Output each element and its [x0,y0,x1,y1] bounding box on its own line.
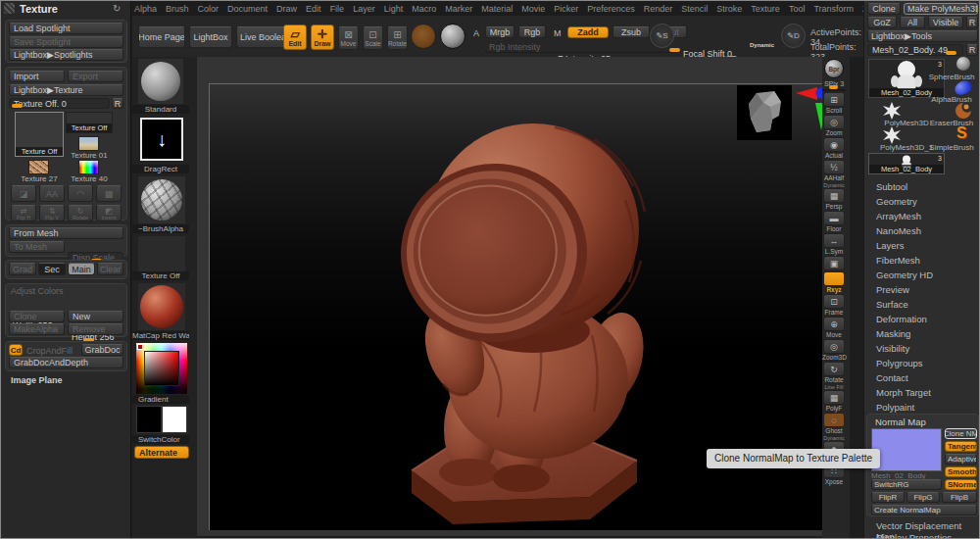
flip-v-button[interactable]: ⇅Flip V [39,205,65,221]
active-tool-slider[interactable]: Mesh_02_Body. 49 [867,44,963,56]
rotate-button[interactable]: ⊞Rotate [387,26,408,50]
brush-preview-circle[interactable] [411,24,436,49]
eraserbrush-icon[interactable] [955,102,972,120]
tangent-button[interactable]: Tangent [945,441,977,452]
remove-button[interactable]: Remove [68,323,123,335]
edit-button[interactable]: ▱Edit [283,24,307,50]
flipg-button[interactable]: FlipG [906,492,940,503]
texture-thumb-01[interactable] [78,136,99,151]
alternate-button[interactable]: Alternate [134,446,189,459]
brush-alpha-thumb[interactable] [138,176,185,223]
tool-section-row[interactable]: Visibility [864,341,980,356]
tool-section-row[interactable]: Polypaint [864,400,980,415]
tool-section-row[interactable]: Geometry HD [864,268,980,282]
load-spotlight-button[interactable]: Load Spotlight [9,23,123,34]
dragrect-stroke-thumb[interactable]: ↓ [140,118,183,161]
menu-item[interactable]: Movie [521,4,545,14]
home-page-button[interactable]: Home Page [138,26,185,48]
from-mesh-button[interactable]: From Mesh [9,227,123,239]
tool-section-row[interactable]: Layers [864,238,980,253]
visible-button[interactable]: Visible [928,17,963,28]
flip-h-button[interactable]: ⇄Flip H [11,205,36,221]
color-picker[interactable] [136,343,187,394]
menu-item[interactable]: Transform [813,4,854,14]
shelf-button[interactable]: Line Fill ▦ PolyF [822,384,846,412]
switchcolor-label[interactable]: SwitchColor [132,435,189,444]
spherebrush-thumb[interactable] [949,57,978,73]
move-button[interactable]: ⊠Move [338,26,359,50]
make-alpha-button[interactable]: MakeAlpha [9,323,65,335]
normal-map-title[interactable]: Normal Map [875,416,926,427]
create-normalmap-button[interactable]: Create NormalMap [871,505,977,515]
menu-item[interactable]: File [330,4,345,14]
refresh-icon[interactable]: ↻ [113,3,121,14]
m-toggle[interactable]: M [554,28,562,38]
rotate-texture-button[interactable]: ↻Rotate [68,205,93,221]
mrgb-button[interactable]: Mrgb [485,26,514,38]
d-dial[interactable]: ✎D [781,24,806,48]
crop-icon[interactable]: ▩ [96,185,122,202]
menu-item[interactable]: Brush [166,4,189,14]
tool-section-row[interactable]: Geometry [864,194,980,209]
tool-r-button[interactable]: R [966,44,978,56]
secondary-color-swatch[interactable] [162,406,187,433]
normal-map-thumb[interactable] [871,428,942,471]
s-dial[interactable]: ✎S [650,24,674,48]
axis-gizmo[interactable] [794,85,824,140]
antialias-icon[interactable]: AA [39,185,65,202]
menu-item[interactable]: Preferences [587,4,635,14]
to-mesh-button[interactable]: To Mesh [9,241,65,253]
goz-button[interactable]: GoZ [867,17,897,28]
tool-section-row[interactable]: ArrayMesh [864,209,980,223]
polymesh3d-1-star-icon[interactable] [882,126,902,144]
menu-item[interactable]: Macro [412,4,436,14]
draw-button[interactable]: ✛Draw [311,24,334,50]
simplebrush-icon[interactable]: S [956,124,967,142]
menu-item[interactable]: Tool [789,4,806,14]
palette-grid-icon[interactable] [4,3,15,14]
texture-thumb-big[interactable]: Texture Off [15,112,64,157]
smoothuv-button[interactable]: SmoothUV [945,466,977,477]
flipb-button[interactable]: FlipB [942,492,977,503]
menu-item[interactable]: Marker [445,4,472,14]
flipr-button[interactable]: FlipR [871,492,905,503]
menu-item[interactable]: Texture [751,4,780,14]
camera-head-preview[interactable] [737,85,792,140]
snormals-button[interactable]: SNormals [945,479,977,490]
menu-item[interactable]: Light [384,4,404,14]
menu-item[interactable]: Document [227,4,268,14]
texture-thumb-40[interactable] [78,160,99,174]
menu-item[interactable]: Layer [353,4,375,14]
sv-square[interactable] [144,351,179,386]
shelf-button[interactable]: ⊞ Scroll [822,92,846,114]
menu-item[interactable]: Stencil [681,4,708,14]
shelf-button[interactable]: ◌ Ghost [822,413,846,434]
save-spotlight-button[interactable]: Save Spotlight [9,36,123,48]
spix-slider[interactable]: SPix 3 [822,80,846,91]
cd-badge[interactable]: Cd [9,344,23,356]
clone-texture-button[interactable]: Clone [9,311,65,322]
adaptive-button[interactable]: Adaptive [945,454,977,465]
lightbox-spotlights-button[interactable]: Lightbox▶Spotlights [9,49,123,61]
menu-item[interactable]: Draw [276,4,297,14]
clone-nm-button[interactable]: Clone NM [945,428,977,439]
menu-item[interactable]: Picker [554,4,578,14]
new-texture-button[interactable]: New [68,311,123,322]
lightbox-button[interactable]: LightBox [189,26,232,48]
tool-section-row[interactable]: Surface [864,297,980,312]
shelf-button[interactable]: ◉ Actual [822,137,846,159]
matcap-thumb[interactable] [138,283,185,330]
zsub-button[interactable]: Zsub [612,26,650,38]
shelf-button[interactable]: ◎ Zoom [822,115,846,136]
tool-section-row[interactable]: Contact [864,370,980,385]
tool-section-row[interactable]: Deformation [864,312,980,326]
main-button[interactable]: Main [68,263,95,275]
tool-section-row[interactable]: Morph Target [864,385,980,400]
menu-item[interactable]: Alpha [134,4,157,14]
tool-section-row[interactable]: NanoMesh [864,223,980,238]
all-button[interactable]: All [900,17,925,28]
polymesh3d-star-icon[interactable] [882,102,902,120]
shelf-button[interactable]: ↻ Rotate [822,362,846,383]
tool-section-row[interactable]: Preview [864,282,980,297]
grad-button[interactable]: Grad [9,263,36,275]
